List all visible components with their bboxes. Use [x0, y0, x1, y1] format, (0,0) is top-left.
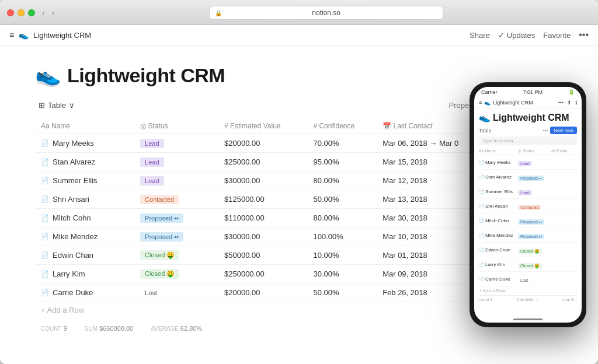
- phone-status-badge: Closed 🤑: [518, 263, 542, 269]
- cell-name: 📄 Shri Ansari: [35, 190, 134, 209]
- avg-value: 62.80%: [180, 325, 202, 332]
- cell-value: $125000.00: [218, 190, 307, 209]
- phone-notion-header: ≡ 👟 Lightweight CRM ••• ⬆ ℹ: [474, 97, 582, 108]
- phone-row-icon: 📄: [479, 233, 484, 237]
- phone-list-item[interactable]: 📄 Edwin Chan Closed 🤑: [479, 243, 577, 257]
- phone-more-icon[interactable]: •••: [558, 100, 564, 106]
- maximize-button[interactable]: [28, 9, 35, 16]
- phone-table-label: Table: [479, 128, 492, 134]
- phone-row-icon: 📄: [479, 247, 484, 252]
- cell-confidence: 10.00%: [307, 246, 377, 265]
- cell-value: $50000.00: [218, 246, 307, 265]
- phone-new-button[interactable]: New Item: [550, 127, 577, 134]
- sum-value: $660000.00: [99, 325, 133, 332]
- cell-status: Closed 🤑: [134, 246, 218, 265]
- toolbar-left: ≡ 👟 Lightweight CRM: [9, 30, 91, 40]
- phone-row-name-text: Larry Kim: [485, 262, 505, 267]
- phone-row-icon: 📄: [479, 262, 484, 267]
- minimize-button[interactable]: [18, 9, 25, 16]
- menu-icon[interactable]: ≡: [9, 30, 14, 40]
- phone-row-name-text: Mitch Cohn: [485, 218, 509, 223]
- forward-button[interactable]: ›: [50, 7, 57, 19]
- phone-list-item[interactable]: 📄 Mike Mendez Proposed ••: [479, 228, 577, 243]
- phone-list-item[interactable]: 📄 Larry Kim Closed 🤑: [479, 257, 577, 272]
- phone-battery: 🔋: [568, 89, 575, 95]
- phone-row-name-text: Summer Ellis: [485, 189, 513, 194]
- toolbar-right: Share Updates Favorite •••: [470, 30, 589, 40]
- phone-info-icon[interactable]: ℹ: [575, 100, 577, 106]
- phone-list-item[interactable]: 📄 Shri Ansari Contacted: [479, 199, 577, 214]
- share-button[interactable]: Share: [470, 31, 490, 40]
- address-bar[interactable]: notion.so: [210, 6, 443, 20]
- cell-name: 📄 Summer Ellis: [35, 172, 134, 190]
- notion-content: 👟 Lightweight CRM ⊞ Table ∨ Properties F…: [0, 46, 598, 364]
- col-header-value[interactable]: # Estimated Value: [218, 118, 307, 134]
- cell-name: 📄 Mike Mendez: [35, 228, 134, 246]
- phone-list-item[interactable]: 📄 Mary Meeks Lead: [479, 155, 577, 170]
- col-header-confidence[interactable]: # Confidence: [307, 118, 377, 134]
- notion-toolbar: ≡ 👟 Lightweight CRM Share Updates Favori…: [0, 25, 598, 46]
- phone-status-badge: Closed 🤑: [518, 249, 542, 254]
- phone-row-status: Lead: [518, 186, 550, 197]
- phone-status-badge: Contacted: [518, 205, 541, 210]
- name-col-icon: Aa: [41, 122, 50, 130]
- count-label: COUNT: [41, 326, 62, 332]
- phone-frame: Carrier 7:01 PM 🔋 ≡ 👟 Lightweight CRM ••…: [470, 82, 586, 327]
- page-emoji: 👟: [35, 63, 61, 88]
- phone-row-name: 📄 Mike Mendez: [479, 233, 517, 238]
- table-view-button[interactable]: ⊞ Table ∨: [35, 99, 78, 111]
- phone-row-name: 📄 Mary Meeks: [479, 160, 517, 165]
- phone-menu-icon[interactable]: ≡: [479, 100, 482, 106]
- phone-row-icon: 📄: [479, 174, 484, 179]
- phone-row-name: 📄 Shri Ansari: [479, 204, 517, 209]
- name-value: Mary Meeks: [53, 139, 94, 148]
- cell-value: $110000.00: [218, 209, 307, 228]
- col-header-name[interactable]: Aa Name: [35, 118, 134, 134]
- phone-row-status: Closed 🤑: [518, 259, 550, 270]
- cell-status: Lead: [134, 134, 218, 153]
- phone-row-icon: 📄: [479, 204, 484, 208]
- row-icon: 📄: [41, 139, 49, 147]
- cell-confidence: 80.00%: [307, 209, 377, 228]
- col-header-status[interactable]: ◎ Status: [134, 118, 218, 134]
- cell-status: Lead: [134, 153, 218, 172]
- phone-col-name: Aa Name: [479, 149, 517, 153]
- phone-db-more[interactable]: •••: [543, 128, 548, 133]
- phone-list-item[interactable]: 📄 Carrie Duke Lost: [479, 272, 577, 286]
- phone-header-left: ≡ 👟 Lightweight CRM: [479, 100, 533, 106]
- phone-row-name: 📄 Edwin Chan: [479, 247, 517, 253]
- phone-list-item[interactable]: 📄 Stan Alvarez Proposed ••: [479, 170, 577, 184]
- phone-row-status: Proposed ••: [518, 215, 550, 226]
- close-button[interactable]: [7, 9, 14, 16]
- phone-list-item[interactable]: 📄 Summer Ellis Lead: [479, 184, 577, 199]
- phone-search[interactable]: Type to search...: [479, 136, 577, 145]
- phone-carrier: Carrier: [481, 89, 498, 95]
- table-icon: ⊞: [39, 101, 45, 110]
- phone-content: 👟 Lightweight CRM Table ••• New Item Typ…: [474, 108, 582, 316]
- back-button[interactable]: ‹: [40, 7, 47, 19]
- name-value: Mike Mendez: [53, 232, 98, 241]
- phone-page-emoji: 👟: [479, 112, 491, 123]
- phone-footer-count: count 9: [479, 298, 492, 302]
- cell-value: $25000.00: [218, 153, 307, 172]
- name-value: Larry Kim: [53, 270, 85, 278]
- phone-status-badge: Proposed ••: [518, 219, 544, 225]
- nav-buttons: ‹ ›: [40, 7, 57, 19]
- phone-add-row[interactable]: + Add a Row: [479, 286, 577, 295]
- phone-row-name-text: Mike Mendez: [485, 233, 513, 238]
- phone-footer: count 9 Calculate ... sum $...: [479, 295, 577, 303]
- cell-confidence: 50.00%: [307, 284, 377, 302]
- status-badge: Contacted: [140, 195, 179, 204]
- more-button[interactable]: •••: [579, 30, 589, 40]
- phone-share-icon[interactable]: ⬆: [567, 100, 572, 106]
- phone-row-icon: 📄: [479, 189, 484, 194]
- phone-row-status: Closed 🤑: [518, 244, 550, 255]
- favorite-button[interactable]: Favorite: [543, 31, 571, 40]
- updates-button[interactable]: Updates: [498, 31, 535, 40]
- phone-db-toolbar: Table ••• New Item: [479, 127, 577, 134]
- phone-row-status: Proposed ••: [518, 230, 550, 240]
- cell-name: 📄 Larry Kim: [35, 265, 134, 284]
- status-badge: Closed 🤑: [140, 269, 179, 279]
- phone-list-item[interactable]: 📄 Mitch Cohn Proposed ••: [479, 214, 577, 228]
- phone-row-name-text: Stan Alvarez: [485, 174, 512, 180]
